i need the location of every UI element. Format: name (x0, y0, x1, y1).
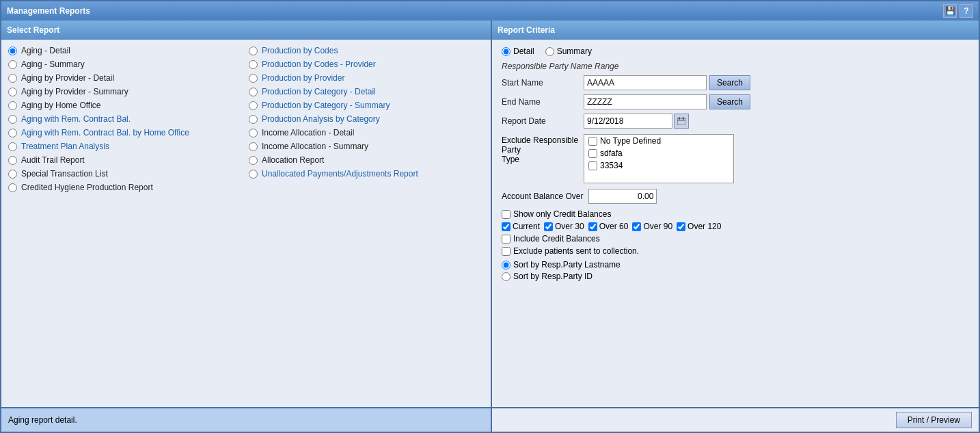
report-label[interactable]: Production by Provider (262, 73, 344, 83)
report-label[interactable]: Special Transaction List (21, 169, 108, 179)
treatment-plan-radio[interactable] (8, 142, 17, 151)
report-label[interactable]: Production by Category - Detail (262, 87, 376, 96)
production-analysis-radio[interactable] (249, 115, 258, 124)
report-label[interactable]: Production by Category - Summary (262, 101, 390, 110)
report-label[interactable]: Credited Hygiene Production Report (21, 183, 153, 192)
aging-summary-radio[interactable] (8, 60, 17, 69)
33534-checkbox[interactable] (588, 161, 597, 170)
income-allocation-summary-radio[interactable] (249, 142, 258, 151)
report-label[interactable]: Production by Codes - Provider (262, 60, 376, 69)
title-bar: Management Reports 💾 ? (1, 1, 979, 21)
production-codes-provider-radio[interactable] (249, 60, 258, 69)
sort-item: Sort by Resp.Party ID (502, 272, 969, 281)
save-icon[interactable]: 💾 (943, 4, 957, 18)
income-allocation-detail-radio[interactable] (249, 129, 258, 137)
report-label[interactable]: Aging by Provider - Summary (21, 87, 128, 96)
33534-label: 33534 (600, 161, 623, 170)
over-60-label: Over 60 (599, 222, 629, 231)
end-name-search-button[interactable]: Search (709, 94, 750, 109)
aging-rem-contract-radio[interactable] (8, 115, 17, 124)
aging-provider-summary-radio[interactable] (8, 88, 17, 96)
aging-item: Over 90 (632, 222, 672, 231)
list-item: Income Allocation - Detail (246, 126, 487, 140)
list-item: Aging - Summary (5, 57, 246, 71)
report-label[interactable]: Allocation Report (262, 155, 324, 165)
summary-radio[interactable] (545, 47, 554, 56)
report-label[interactable]: Aging with Rem. Contract Bal. by Home Of… (21, 128, 189, 137)
calendar-button[interactable] (674, 114, 689, 129)
unallocated-payments-radio[interactable] (249, 170, 258, 179)
list-item: Production by Codes - Provider (246, 57, 487, 71)
aging-item: Over 30 (544, 222, 584, 231)
report-label[interactable]: Income Allocation - Detail (262, 128, 354, 137)
help-icon[interactable]: ? (959, 4, 973, 18)
exclude-collection-label: Exclude patients sent to collection. (513, 246, 639, 256)
exclude-party-listbox-container: No Type Defined sdfafa 33534 (584, 134, 734, 183)
over-60-checkbox[interactable] (588, 222, 597, 231)
over-120-checkbox[interactable] (677, 222, 685, 231)
aging-provider-detail-radio[interactable] (8, 74, 17, 83)
status-bar: Aging report detail. (1, 408, 492, 432)
resp-party-range-label: Responsible Party Name Range (502, 62, 969, 71)
list-item: Production by Provider (246, 71, 487, 85)
report-label[interactable]: Production by Codes (262, 46, 338, 55)
over-90-checkbox[interactable] (632, 222, 641, 231)
aging-detail-radio[interactable] (8, 47, 17, 55)
report-label[interactable]: Aging by Home Office (21, 101, 101, 110)
report-label[interactable]: Audit Trail Report (21, 155, 85, 165)
no-type-defined-label: No Type Defined (600, 136, 661, 146)
list-item: Allocation Report (246, 153, 487, 167)
report-date-label: Report Date (502, 116, 584, 126)
production-provider-radio[interactable] (249, 74, 258, 83)
no-type-defined-checkbox[interactable] (588, 137, 597, 146)
detail-radio[interactable] (502, 47, 511, 56)
current-checkbox[interactable] (502, 222, 511, 231)
show-credit-checkbox[interactable] (502, 210, 511, 219)
start-name-input[interactable] (584, 75, 707, 90)
detail-radio-group: Detail (502, 47, 534, 56)
select-report-header: Select Report (1, 21, 491, 40)
list-item: Aging - Detail (5, 44, 246, 57)
sdfafa-checkbox[interactable] (588, 149, 597, 158)
sort-lastname-radio[interactable] (502, 261, 511, 270)
list-item: Special Transaction List (5, 167, 246, 181)
account-balance-input[interactable] (588, 189, 657, 204)
report-label[interactable]: Aging - Summary (21, 60, 85, 69)
sort-section: Sort by Resp.Party Lastname Sort by Resp… (502, 260, 969, 281)
report-label[interactable]: Aging with Rem. Contract Bal. (21, 114, 131, 124)
end-name-input[interactable] (584, 94, 707, 109)
special-transaction-radio[interactable] (8, 170, 17, 179)
production-codes-radio[interactable] (249, 47, 258, 55)
detail-label: Detail (513, 47, 534, 56)
status-text: Aging report detail. (8, 415, 77, 425)
report-label[interactable]: Income Allocation - Summary (262, 142, 368, 151)
sdfafa-label: sdfafa (600, 148, 623, 158)
credited-hygiene-radio[interactable] (8, 183, 17, 192)
report-label[interactable]: Aging - Detail (21, 46, 70, 55)
start-name-label: Start Name (502, 78, 584, 88)
print-preview-button[interactable]: Print / Preview (896, 412, 972, 428)
report-label[interactable]: Production Analysis by Category (262, 114, 380, 124)
aging-checkboxes-row: Current Over 30 Over 60 Over 90 (502, 222, 969, 231)
exclude-collection-checkbox[interactable] (502, 247, 511, 256)
audit-trail-radio[interactable] (8, 156, 17, 165)
reports-grid: Aging - Detail Aging - Summary Aging by … (1, 40, 491, 407)
aging-rem-contract-home-radio[interactable] (8, 129, 17, 137)
account-balance-row: Account Balance Over (502, 189, 969, 204)
sort-id-radio[interactable] (502, 272, 511, 281)
start-name-search-button[interactable]: Search (709, 75, 750, 90)
right-panel: Report Criteria Detail Summary Responsib… (492, 21, 979, 407)
aging-item: Over 60 (588, 222, 629, 231)
bottom-bar: Aging report detail. Print / Preview (1, 407, 979, 432)
allocation-report-radio[interactable] (249, 156, 258, 165)
production-category-detail-radio[interactable] (249, 88, 258, 96)
aging-home-office-radio[interactable] (8, 101, 17, 110)
report-label[interactable]: Aging by Provider - Detail (21, 73, 114, 83)
report-date-input[interactable] (584, 114, 672, 129)
production-category-summary-radio[interactable] (249, 101, 258, 110)
report-label[interactable]: Unallocated Payments/Adjustments Report (262, 169, 418, 179)
report-label[interactable]: Treatment Plan Analysis (21, 142, 109, 151)
exclude-party-listbox[interactable]: No Type Defined sdfafa 33534 (584, 134, 734, 183)
over-30-checkbox[interactable] (544, 222, 553, 231)
include-credit-checkbox[interactable] (502, 235, 511, 244)
